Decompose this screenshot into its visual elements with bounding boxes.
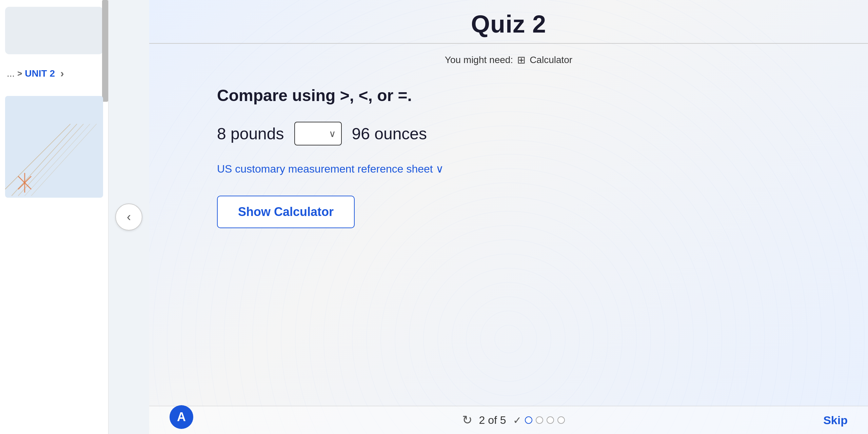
sidebar-expand-row xyxy=(0,86,108,93)
sidebar-breadcrumb-dots: ... xyxy=(7,68,15,79)
sidebar-chevron-right-icon: › xyxy=(60,67,64,80)
svg-line-1 xyxy=(12,124,77,196)
sidebar-nav-item[interactable]: ... > UNIT 2 › xyxy=(0,61,108,86)
calculator-icon: ⊞ xyxy=(517,54,526,66)
sidebar-top-card xyxy=(5,7,103,54)
comparison-row: 8 pounds ∨ 96 ounces xyxy=(217,122,800,145)
progress-dot-5 xyxy=(557,416,565,424)
skip-button[interactable]: Skip xyxy=(823,414,848,427)
show-calculator-button[interactable]: Show Calculator xyxy=(217,196,355,228)
left-value: 8 pounds xyxy=(217,124,284,143)
reference-sheet-link[interactable]: US customary measurement reference sheet… xyxy=(217,162,800,175)
sidebar-scrollbar[interactable] xyxy=(102,0,108,102)
question-area: Compare using >, <, or =. 8 pounds ∨ 96 … xyxy=(149,73,868,406)
progress-text: 2 of 5 xyxy=(479,414,506,427)
back-button[interactable]: ‹ xyxy=(115,203,142,231)
comparison-dropdown[interactable]: ∨ xyxy=(294,122,342,145)
dropdown-chevron-icon: ∨ xyxy=(329,128,336,139)
you-might-need-label: You might need: xyxy=(445,55,513,65)
sidebar-breadcrumb-arrow: > xyxy=(17,69,22,78)
content-wrapper: Quiz 2 You might need: ⊞ Calculator Comp… xyxy=(149,0,868,434)
refresh-icon[interactable]: ↻ xyxy=(462,413,472,427)
right-value: 96 ounces xyxy=(352,124,427,143)
progress-check-icon: ✓ xyxy=(513,414,521,426)
you-might-need-row: You might need: ⊞ Calculator xyxy=(149,44,868,73)
svg-line-2 xyxy=(18,124,84,196)
progress-dot-4 xyxy=(547,416,554,424)
sidebar: ... > UNIT 2 › xyxy=(0,0,108,434)
main-area: Quiz 2 You might need: ⊞ Calculator Comp… xyxy=(149,0,868,434)
progress-dot-2 xyxy=(525,416,532,424)
annotation-circle: A xyxy=(170,405,193,429)
quiz-header: Quiz 2 xyxy=(149,0,868,44)
back-button-column: ‹ xyxy=(108,0,149,434)
sidebar-decoration-svg xyxy=(5,96,103,198)
back-chevron-icon: ‹ xyxy=(127,210,131,224)
reference-link-label: US customary measurement reference sheet xyxy=(217,163,433,175)
reference-link-chevron-icon: ∨ xyxy=(436,162,443,175)
svg-line-4 xyxy=(31,124,97,196)
quiz-footer: A ↻ 2 of 5 ✓ Skip xyxy=(149,406,868,434)
progress-dots: ✓ xyxy=(513,414,565,426)
footer-center: ↻ 2 of 5 ✓ xyxy=(462,413,565,427)
footer-right: Skip xyxy=(823,414,848,427)
sidebar-drawing-area xyxy=(5,96,103,198)
quiz-title: Quiz 2 xyxy=(149,10,868,38)
sidebar-unit-label: UNIT 2 xyxy=(25,68,55,79)
progress-dot-3 xyxy=(536,416,543,424)
question-text: Compare using >, <, or =. xyxy=(217,86,800,105)
calculator-link-label[interactable]: Calculator xyxy=(530,55,572,65)
